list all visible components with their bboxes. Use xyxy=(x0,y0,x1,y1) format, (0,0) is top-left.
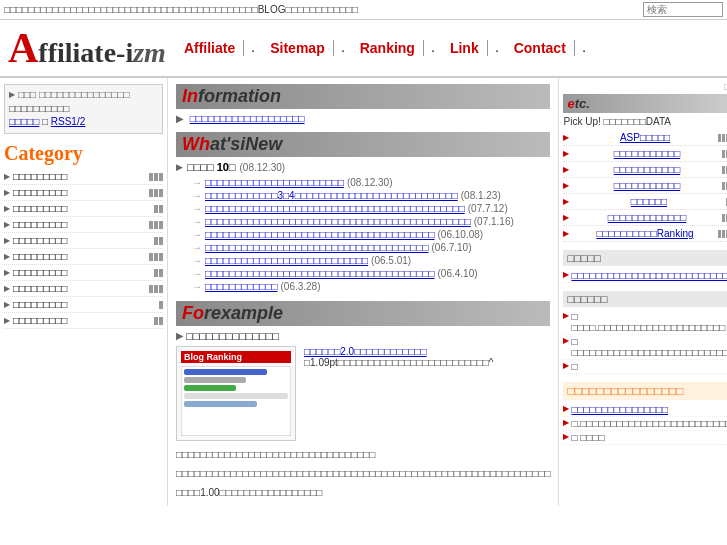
right-etc-section: etc. Pick Up! □□□□□□□DATA ASP□□□□□ □□□□□… xyxy=(563,94,727,242)
left-sidebar: □□□ □□□□□□□□□□□□□□□ □□□□□□□□□□ □□□□□ □ R… xyxy=(0,78,168,506)
list-item[interactable]: □□□□□□□□□□□□□□□□□□□□□□□□□□□□□□□□□□□□□□ (… xyxy=(192,228,550,241)
right-section2: □□□□□□ □ □□□□.□□□□□□□□□□□□□□□□□□□□□ □ □□… xyxy=(563,291,727,374)
list-item[interactable]: □□□□□□□□□ xyxy=(4,201,163,217)
etc-label: etc. xyxy=(567,96,589,111)
whatsnew-main-item: □□□□ 10□ (08.12.30) xyxy=(176,161,550,173)
right-section3: □□□□□□□□□□□□□□□□ □□□□□□□□□□□□□□□□ □.□□□□… xyxy=(563,382,727,445)
list-item[interactable]: □□□□□□□□□ xyxy=(4,265,163,281)
list-item[interactable]: □□□□□□□□□□□□□□□□□□□□□□□ (08.12.30) xyxy=(192,176,550,189)
logo-a-letter: A xyxy=(8,25,38,71)
forexample-desc: □□□□□□2.0□□□□□□□□□□□□ □1.09pt□□□□□□□□□□□… xyxy=(304,346,550,441)
whatsnew-list: □□□□□□□□□□□□□□□□□□□□□□□ (08.12.30) □□□□□… xyxy=(176,176,550,293)
right-section2-title: □□□□□□ xyxy=(563,291,727,307)
list-item[interactable]: □□□□□□□□□□□□□□□□□□□□□□□□□□□ (06.5.01) xyxy=(192,254,550,267)
right-sidebar: □ etc. Pick Up! □□□□□□□DATA ASP□□□□□ □□□… xyxy=(558,78,727,506)
whatsnew-header: What'siNew xyxy=(176,132,550,157)
screenshot-box: Blog Ranking xyxy=(176,346,296,441)
list-item[interactable]: □□□□□□□□□□□ xyxy=(563,178,727,194)
information-title: Information xyxy=(182,86,281,107)
content-text-2: □□□□□□□□□□□□□□□□□□□□□□□□□□□□□□□□□□□□□□□□… xyxy=(176,466,550,481)
forexample-item-title: □□□□□□□□□□□□□□ xyxy=(176,330,550,342)
list-item[interactable]: □ xyxy=(563,360,727,374)
right-section1: □□□□□ □□□□□□□□□□□□□□□□□□□□□□□□□□□□□□□□□□… xyxy=(563,250,727,283)
forexample-title-header: Forexample xyxy=(182,303,283,324)
header: Affiliate-izm Affiliate ． Sitemap ． Rank… xyxy=(0,20,727,78)
search-input[interactable] xyxy=(643,2,723,17)
information-link-anchor[interactable]: □□□□□□□□□□□□□□□□□□□ xyxy=(190,113,305,124)
list-item[interactable]: □□□□□□□□□□□□□ xyxy=(563,210,727,226)
screenshot-content xyxy=(181,366,291,436)
nav-ranking[interactable]: Ranking xyxy=(352,40,424,56)
list-item[interactable]: □□□□□□□□□□□□ (06.3.28) xyxy=(192,280,550,293)
right-link-list: ASP□□□□□ □□□□□□□□□□□ □□□□□□□□□□□ □□□□□□□… xyxy=(563,130,727,242)
logo-rest: ffiliate-i xyxy=(38,37,133,68)
right-top-icon: □ xyxy=(563,82,727,92)
category-list: □□□□□□□□□ □□□□□□□□□ □□□□□□□□□ □□□□□□□□□ … xyxy=(4,169,163,329)
list-item[interactable]: □□□□□□□□□□□□□□□□□□□□□□□□□□□□□□□□□□□□□□□□… xyxy=(563,269,727,283)
nav-affiliate[interactable]: Affiliate xyxy=(176,40,244,56)
top-bar: □□□□□□□□□□□□□□□□□□□□□□□□□□□□□□□□□□□□□□□□… xyxy=(0,0,727,20)
whatsnew-title: What'siNew xyxy=(182,134,282,155)
nav-sitemap[interactable]: Sitemap xyxy=(262,40,333,56)
logo-izm: zm xyxy=(133,37,166,68)
list-item[interactable]: ASP□□□□□ xyxy=(563,130,727,146)
chart-bar-5 xyxy=(184,401,257,407)
list-item[interactable]: □□□□□□□□□□□□□□□□□□□□□□□□□□□□□□□□□□□□□ (0… xyxy=(192,241,550,254)
list-item[interactable]: □□□□□□□□□ xyxy=(4,313,163,329)
information-header: Information xyxy=(176,84,550,109)
list-item[interactable]: □ □□□□□□□□□□□□□□□□□□□□□□□□□□□□□□□□□□ xyxy=(563,335,727,360)
list-item[interactable]: □ □□□□ xyxy=(563,431,727,445)
forexample-content: Blog Ranking □□□□□□2.0□□□□□□□□□□□□ □1.09… xyxy=(176,346,550,441)
main-nav: Affiliate ． Sitemap ． Ranking ． Link ． C… xyxy=(176,39,593,57)
main-content: Information □□□□□□□□□□□□□□□□□□□ What'siN… xyxy=(168,78,558,506)
chart-bar-1 xyxy=(184,369,267,375)
list-item[interactable]: □□□□□□□□□□□□3□4□□□□□□□□□□□□□□□□□□□□□□□□□… xyxy=(192,189,550,202)
sidebar-top-box: □□□ □□□□□□□□□□□□□□□ □□□□□□□□□□ □□□□□ □ R… xyxy=(4,84,163,134)
forexample-section: □□□□□□□□□□□□□□ Blog Ranking □□□□□□2.0□□□… xyxy=(176,330,550,500)
sidebar-rss12-link[interactable]: RSS1/2 xyxy=(51,116,85,127)
sidebar-box-title: □□□ □□□□□□□□□□□□□□□ xyxy=(9,89,158,100)
content-text-1: □□□□□□□□□□□□□□□□□□□□□□□□□□□□□□□□□ xyxy=(176,447,550,462)
whatsnew-section: □□□□ 10□ (08.12.30) □□□□□□□□□□□□□□□□□□□□… xyxy=(176,161,550,293)
sidebar-rss-links: □□□□□ □ RSS1/2 xyxy=(9,116,158,127)
pickup-label: Pick Up! □□□□□□□DATA xyxy=(563,116,727,127)
list-item[interactable]: □□□□□□□□□□□ xyxy=(563,162,727,178)
list-item[interactable]: □ □□□□.□□□□□□□□□□□□□□□□□□□□□ xyxy=(563,310,727,335)
forexample-header: Forexample xyxy=(176,301,550,326)
list-item[interactable]: □□□□□□□□□ xyxy=(4,185,163,201)
list-item[interactable]: □□□□□□□□□□Ranking xyxy=(563,226,727,242)
sidebar-rss-sep: □ xyxy=(42,116,48,127)
list-item[interactable]: □□□□□□ xyxy=(563,194,727,210)
list-item[interactable]: □□□□□□□□□□□□□□□□ xyxy=(563,403,727,417)
sidebar-links-text: □□□□□□□□□□ xyxy=(9,103,158,114)
list-item[interactable]: □□□□□□□□□□□□□□□□□□□□□□□□□□□□□□□□□□□□□□ (… xyxy=(192,267,550,280)
list-item[interactable]: □□□□□□□□□□□□□□□□□□□□□□□□□□□□□□□□□□□□□□□□… xyxy=(192,202,550,215)
list-item[interactable]: □□□□□□□□□ xyxy=(4,169,163,185)
right-section3-title: □□□□□□□□□□□□□□□□ xyxy=(563,382,727,400)
chart-bar-2 xyxy=(184,377,246,383)
category-title: Category xyxy=(4,142,163,165)
nav-link[interactable]: Link xyxy=(442,40,488,56)
information-link: □□□□□□□□□□□□□□□□□□□ xyxy=(176,113,550,124)
list-item[interactable]: □□□□□□□□□ xyxy=(4,233,163,249)
list-item[interactable]: □□□□□□□□□□□ xyxy=(563,146,727,162)
chart-bar-4 xyxy=(184,393,288,399)
list-item[interactable]: □□□□□□□□□ xyxy=(4,281,163,297)
screenshot-title: Blog Ranking xyxy=(181,351,291,363)
list-item[interactable]: □.□□□□□□□□□□□□□□□□□□□□□□□□□□□□□□□□□□□□□□… xyxy=(563,417,727,431)
list-item[interactable]: □□□□□□□□□ xyxy=(4,249,163,265)
list-item[interactable]: □□□□□□□□□ xyxy=(4,217,163,233)
right-etc-header: etc. xyxy=(563,94,727,113)
right-section1-title: □□□□□ xyxy=(563,250,727,266)
nav-contact[interactable]: Contact xyxy=(506,40,575,56)
top-bar-links: □□□□□□□□□□□□□□□□□□□□□□□□□□□□□□□□□□□□□□□□… xyxy=(4,4,358,15)
forexample-desc-link[interactable]: □□□□□□2.0□□□□□□□□□□□□ xyxy=(304,346,427,357)
main-layout: □□□ □□□□□□□□□□□□□□□ □□□□□□□□□□ □□□□□ □ R… xyxy=(0,78,727,506)
sidebar-rss-link[interactable]: □□□□□ xyxy=(9,116,39,127)
chart-bar-3 xyxy=(184,385,236,391)
content-text-3: □□□□1.00□□□□□□□□□□□□□□□□□ xyxy=(176,485,550,500)
list-item[interactable]: □□□□□□□□□ xyxy=(4,297,163,313)
logo[interactable]: Affiliate-izm xyxy=(8,24,166,72)
list-item[interactable]: □□□□□□□□□□□□□□□□□□□□□□□□□□□□□□□□□□□□□□□□… xyxy=(192,215,550,228)
